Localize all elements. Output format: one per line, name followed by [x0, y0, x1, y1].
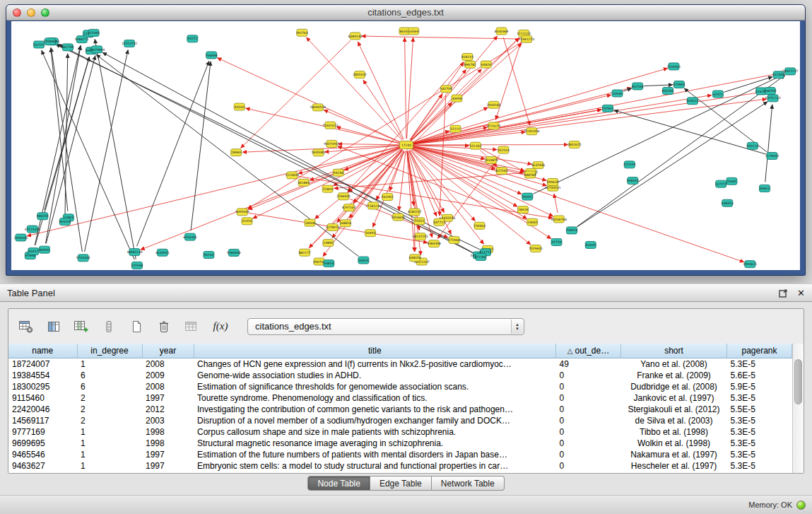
cell-title[interactable]: Disruption of a novel member of a sodium… [194, 415, 556, 426]
graph-node-yellow[interactable]: 6089130 [348, 33, 363, 40]
graph-node-yellow[interactable]: 492764 [296, 29, 308, 36]
graph-node-yellow[interactable]: 75555 [414, 218, 425, 225]
cell-in_degree[interactable]: 1 [77, 438, 142, 449]
cell-out_degree[interactable]: 0 [556, 426, 621, 438]
cell-title[interactable]: Changes of HCN gene expression and I(f) … [194, 358, 556, 370]
graph-node-yellow[interactable]: 30958 [452, 95, 462, 102]
cell-short[interactable]: Franke et al. (2009) [621, 370, 727, 381]
graph-node-teal[interactable]: 708926 [566, 227, 578, 234]
table-row[interactable]: 1830029562008Estimation of significance … [8, 381, 792, 392]
cell-out_degree[interactable]: 0 [556, 381, 621, 392]
graph-node-yellow[interactable]: 352544 [498, 146, 510, 153]
cell-title[interactable]: Embryonic stem cells: a model to study s… [194, 460, 556, 472]
graph-node-teal[interactable]: 790052 [522, 193, 534, 200]
graph-node-yellow[interactable]: 28448 [305, 219, 315, 226]
graph-node-teal[interactable]: 247901 [602, 105, 614, 112]
column-header-short[interactable]: short [621, 344, 727, 358]
graph-node-yellow[interactable]: 882177 [299, 249, 311, 256]
cell-short[interactable]: Jankovic et al. (1997) [621, 392, 727, 404]
cell-short[interactable]: de Silva et al. (2003) [621, 415, 727, 426]
graph-node-yellow[interactable]: 9056606 [392, 214, 406, 221]
graph-node-teal[interactable]: 6456465 [183, 233, 197, 240]
graph-node-teal[interactable]: 94272 [187, 35, 198, 42]
graph-node-teal[interactable]: 80900 [39, 246, 49, 253]
cell-out_degree[interactable]: 0 [556, 438, 621, 449]
graph-node-yellow[interactable]: 24890 [323, 240, 334, 247]
graph-node-yellow[interactable]: 7429601 [529, 245, 543, 252]
cell-name[interactable]: 9699695 [8, 438, 77, 449]
graph-node-yellow[interactable]: 28618 [518, 206, 529, 214]
cell-name[interactable]: 14569117 [8, 415, 77, 426]
graph-node-yellow[interactable]: 40536768 [551, 216, 567, 223]
graph-node-teal[interactable]: 325084 [88, 29, 100, 36]
close-panel-icon[interactable]: ✕ [797, 284, 805, 302]
new-column-icon[interactable] [71, 317, 92, 337]
cell-pagerank[interactable]: 5.3E-5 [727, 415, 792, 426]
cell-year[interactable]: 1997 [142, 460, 194, 472]
graph-node-yellow[interactable]: 9383398 [427, 240, 441, 247]
cell-pagerank[interactable]: 5.3E-5 [727, 392, 792, 404]
cell-in_degree[interactable]: 2 [77, 392, 142, 404]
cell-pagerank[interactable]: 5.3E-5 [727, 438, 792, 449]
scrollbar-thumb[interactable] [794, 359, 802, 404]
window-titlebar[interactable]: citations_edges.txt [6, 5, 805, 21]
tab-network-table[interactable]: Network Table [432, 476, 505, 491]
graph-node-yellow[interactable]: 734463 [473, 222, 486, 229]
table-row[interactable]: 2242004622012Investigating the contribut… [8, 404, 792, 415]
cell-title[interactable]: Corpus callosum shape and size in male p… [194, 426, 556, 438]
graph-node-yellow[interactable]: 8297167 [342, 204, 356, 211]
tab-node-table[interactable]: Node Table [307, 476, 370, 491]
cell-name[interactable]: 9115460 [8, 392, 77, 404]
graph-node-teal[interactable]: 62971 [712, 90, 723, 98]
split-pane-handle[interactable] [402, 279, 411, 284]
column-header-year[interactable]: year [142, 344, 194, 358]
graph-node-teal[interactable]: 9386771 [75, 36, 89, 43]
graph-node-yellow[interactable]: 5935081 [312, 149, 326, 156]
graph-node-teal[interactable]: 96200 [204, 251, 214, 258]
cell-in_degree[interactable]: 1 [77, 460, 142, 472]
cell-name[interactable]: 18724007 [8, 358, 77, 370]
graph-node-yellow[interactable]: 5637446 [531, 162, 546, 169]
graph-node-teal[interactable]: 7509301 [667, 63, 681, 70]
network-canvas[interactable]: 1724064355556275960347711280543235254411… [11, 21, 800, 270]
graph-node-yellow[interactable]: 1213694 [285, 172, 299, 179]
graph-node-yellow[interactable]: 2801625 [567, 141, 582, 148]
cell-name[interactable]: 19384554 [8, 370, 77, 381]
cell-out_degree[interactable]: 0 [556, 415, 621, 426]
cell-year[interactable]: 1998 [142, 426, 194, 438]
cell-short[interactable]: Stergiakouli et al. (2012) [621, 404, 727, 415]
network-selector-combo[interactable]: citations_edges.txt ▲ ▼ [247, 318, 524, 335]
graph-node-yellow[interactable]: 2933875 [484, 156, 498, 163]
cell-title[interactable]: Tourette syndrome. Phenomenology and cla… [194, 392, 556, 404]
graph-node-yellow[interactable]: 347711 [433, 218, 445, 226]
cell-in_degree[interactable]: 6 [77, 370, 142, 381]
graph-node-yellow[interactable]: 561902 [382, 194, 394, 201]
column-header-title[interactable]: title [194, 344, 556, 358]
cell-in_degree[interactable]: 1 [77, 426, 142, 438]
graph-node-teal[interactable]: 237938 [131, 262, 143, 269]
network-canvas-svg[interactable]: 1724064355556275960347711280543235254411… [11, 21, 800, 270]
cell-in_degree[interactable]: 2 [77, 415, 142, 426]
graph-node-teal[interactable]: 420193 [623, 161, 635, 168]
graph-node-yellow[interactable]: 57222 [450, 125, 461, 132]
tab-edge-table[interactable]: Edge Table [370, 476, 432, 491]
graph-node-teal[interactable]: 81839 [585, 241, 596, 248]
cell-short[interactable]: Hescheler et al. (1997) [621, 460, 727, 472]
cell-title[interactable]: Structural magnetic resonance image aver… [194, 438, 556, 449]
table-row[interactable]: 946554611997Estimation of the future num… [8, 449, 792, 460]
cell-name[interactable]: 18300295 [8, 381, 77, 392]
import-table-icon[interactable] [181, 317, 202, 337]
cell-in_degree[interactable]: 6 [77, 381, 142, 392]
cell-out_degree[interactable]: 0 [556, 392, 621, 404]
graph-node-yellow[interactable]: 151342 [470, 142, 482, 149]
graph-node-teal[interactable]: 38683139 [126, 249, 143, 256]
graph-node-teal[interactable]: 84661 [759, 185, 770, 192]
delete-rows-icon[interactable] [153, 317, 175, 337]
cell-name[interactable]: 9463627 [8, 460, 77, 472]
combo-stepper-icon[interactable]: ▲ ▼ [511, 320, 523, 334]
graph-node-yellow[interactable]: 3178970 [326, 223, 340, 230]
graph-node-yellow[interactable]: 71601013 [322, 122, 339, 129]
graph-node-yellow[interactable]: 30493 [365, 230, 376, 237]
graph-node-yellow[interactable]: 818214 [461, 53, 473, 60]
graph-node-yellow[interactable]: 52804 [322, 185, 333, 192]
